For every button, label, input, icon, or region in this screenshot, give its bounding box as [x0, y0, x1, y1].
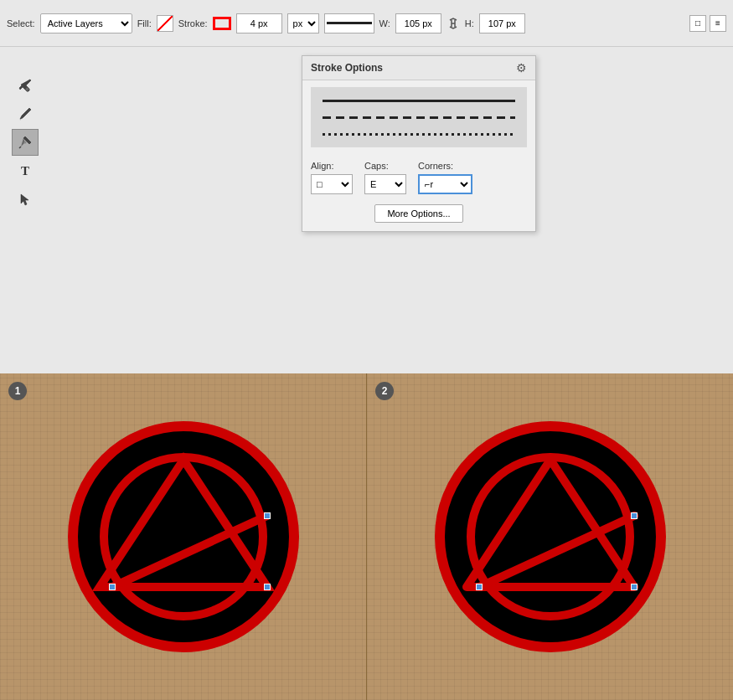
corners-select[interactable]: ⌐r ⌐ ⌒: [418, 174, 472, 194]
align-control: Align: □ ◧ ◨: [311, 161, 353, 194]
anchor-dot-5: [631, 512, 638, 519]
active-layers-select[interactable]: Active Layers: [40, 13, 132, 33]
stroke-options-panel: Stroke Options ⚙ Align: □ ◧ ◨: [302, 55, 536, 232]
dashed-line-preview: [323, 116, 515, 119]
panel-title: Stroke Options: [311, 62, 383, 74]
height-input[interactable]: [479, 13, 525, 33]
anchor-dot-3: [264, 584, 271, 590]
canvas-panel-1: 1: [0, 373, 367, 700]
caps-select[interactable]: E ⊏ ⊐: [364, 174, 406, 194]
dotted-line-preview: [323, 133, 515, 136]
h-label: H:: [465, 18, 474, 28]
more-options-button[interactable]: More Options...: [374, 204, 462, 223]
caps-label: Caps:: [364, 161, 406, 171]
stroke-px-input[interactable]: [236, 13, 282, 33]
link-proportions-icon[interactable]: [447, 17, 460, 30]
select-label: Select:: [7, 18, 35, 28]
width-input[interactable]: [395, 13, 441, 33]
dashed-line-option[interactable]: [323, 112, 515, 122]
canvas-area: 1 2: [0, 373, 733, 700]
solid-line-preview: [323, 100, 515, 102]
align-select[interactable]: □ ◧ ◨: [311, 174, 353, 194]
stroke-label: Stroke:: [178, 18, 208, 28]
anchor-dot-1: [109, 584, 116, 590]
toolbar: Select: Active Layers Fill: Stroke: px W…: [0, 0, 733, 47]
stroke-swatch[interactable]: [213, 17, 231, 30]
anchor-dot-6: [631, 584, 638, 590]
corners-control: Corners: ⌐r ⌐ ⌒: [418, 161, 472, 194]
canvas-panel-2: 2: [367, 373, 733, 700]
caps-control: Caps: E ⊏ ⊐: [364, 161, 406, 194]
align-icon[interactable]: ≡: [710, 15, 726, 32]
tools-panel: T: [0, 47, 50, 373]
panel-1-number: 1: [8, 382, 27, 400]
panel-header: Stroke Options ⚙: [302, 56, 535, 80]
dotted-line-option[interactable]: [323, 129, 515, 139]
fill-label: Fill:: [137, 18, 152, 28]
dropper-tool[interactable]: [12, 72, 39, 99]
pen-tool[interactable]: [12, 129, 39, 156]
panel-controls: Align: □ ◧ ◨ Caps: E ⊏ ⊐ Corners: ⌐r: [302, 154, 535, 201]
svg-point-1: [24, 142, 27, 144]
corners-label: Corners:: [418, 161, 472, 171]
gear-icon[interactable]: ⚙: [516, 61, 527, 75]
fill-swatch[interactable]: [157, 15, 173, 32]
panel-2-number: 2: [375, 382, 394, 400]
svg-point-0: [26, 88, 29, 91]
stroke-px-select[interactable]: px: [287, 13, 319, 33]
middle-area: T Stroke Options ⚙ Align:: [0, 47, 733, 373]
text-tool-label: T: [21, 164, 29, 178]
transform-icon[interactable]: □: [689, 15, 706, 32]
dash-style-select[interactable]: [324, 13, 374, 33]
circle-graphic-1[interactable]: [66, 419, 301, 654]
circle-graphic-2[interactable]: [433, 419, 668, 654]
brush-tool[interactable]: [12, 100, 39, 127]
text-tool[interactable]: T: [12, 157, 39, 184]
stroke-lines-area: [311, 87, 527, 147]
anchor-dot-4: [476, 584, 483, 590]
w-label: W:: [379, 18, 390, 28]
pointer-tool[interactable]: [12, 186, 39, 213]
solid-line-option[interactable]: [323, 95, 515, 106]
align-label: Align:: [311, 161, 353, 171]
anchor-dot-2: [264, 512, 271, 519]
